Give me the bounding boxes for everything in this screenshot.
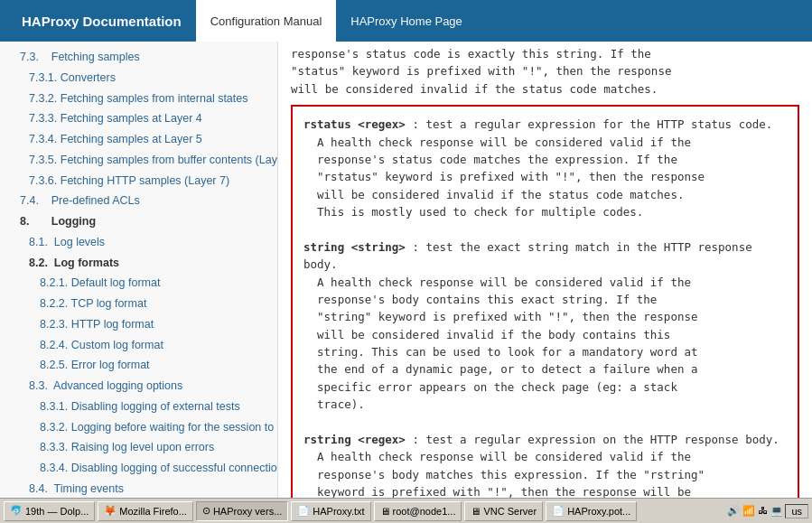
nav-haproxy-home[interactable]: HAProxy Home Page: [336, 0, 477, 42]
sidebar-item-8-3[interactable]: 8.3. Advanced logging options: [0, 376, 277, 397]
sidebar-item-8-2-5[interactable]: 8.2.5. Error log format: [0, 355, 277, 376]
sidebar-item-7-3-4[interactable]: 7.3.4. Fetching samples at Layer 5: [0, 129, 277, 150]
sidebar-item-7-3[interactable]: 7.3. Fetching samples: [0, 47, 277, 68]
sidebar-item-8-3-1[interactable]: 8.3.1. Disabling logging of external tes…: [0, 397, 277, 417]
sidebar-item-8-3-4[interactable]: 8.3.4. Disabling logging of successful c…: [0, 458, 277, 479]
taskbar-haproxy-vers[interactable]: ⊙ HAProxy vers...: [196, 501, 288, 521]
sidebar-item-8-3-3[interactable]: 8.3.3. Raising log level upon errors: [0, 437, 277, 458]
content-area[interactable]: response's status code is exactly this s…: [278, 42, 812, 498]
sidebar-item-7-3-6[interactable]: 7.3.6. Fetching HTTP samples (Layer 7): [0, 171, 277, 191]
sidebar: 7.3. Fetching samples 7.3.1. Converters …: [0, 42, 278, 498]
sidebar-item-7-3-5[interactable]: 7.3.5. Fetching samples from buffer cont…: [0, 150, 277, 171]
sidebar-item-7-4[interactable]: 7.4. Pre-defined ACLs: [0, 191, 277, 211]
taskbar-haproxy-pot[interactable]: 📄 HAProxy.pot...: [546, 501, 637, 521]
intro-text: response's status code is exactly this s…: [278, 42, 812, 98]
sidebar-item-8-3-2[interactable]: 8.3.2. Logging before waiting for the se…: [0, 417, 277, 438]
taskbar-right: 🔊 📶 🖧 💻 us: [727, 504, 808, 518]
highlight-box: rstatus <regex> : test a regular express…: [291, 105, 799, 498]
top-nav: Configuration Manual HAProxy Home Page: [196, 0, 477, 42]
sidebar-item-8-2-4[interactable]: 8.2.4. Custom log format: [0, 335, 277, 356]
sidebar-item-8-2[interactable]: 8.2. Log formats: [0, 253, 277, 274]
header: HAProxy Documentation Configuration Manu…: [0, 0, 812, 42]
taskbar-firefox[interactable]: 🦊 Mozilla Firefo...: [98, 501, 193, 521]
taskbar-root[interactable]: 🖥 root@node1...: [374, 501, 462, 521]
nav-config-manual[interactable]: Configuration Manual: [196, 0, 337, 42]
taskbar-19th[interactable]: 🐬 19th — Dolp...: [4, 501, 95, 521]
taskbar-haproxy-txt[interactable]: 📄 HAProxy.txt: [291, 501, 370, 521]
sidebar-item-8-4[interactable]: 8.4. Timing events: [0, 479, 277, 498]
sidebar-item-7-3-1[interactable]: 7.3.1. Converters: [0, 68, 277, 89]
sidebar-item-8-1[interactable]: 8.1. Log levels: [0, 232, 277, 253]
content-block: rstatus <regex> : test a regular express…: [303, 116, 787, 498]
sidebar-item-7-3-2[interactable]: 7.3.2. Fetching samples from internal st…: [0, 89, 277, 109]
sidebar-item-8-2-1[interactable]: 8.2.1. Default log format: [0, 273, 277, 294]
taskbar-clock: us: [785, 504, 808, 518]
logo: HAProxy Documentation: [9, 6, 194, 36]
taskbar: 🐬 19th — Dolp... 🦊 Mozilla Firefo... ⊙ H…: [0, 498, 812, 523]
sidebar-item-8-2-2[interactable]: 8.2.2. TCP log format: [0, 294, 277, 314]
sidebar-item-8[interactable]: 8. Logging: [0, 211, 277, 232]
sidebar-item-8-2-3[interactable]: 8.2.3. HTTP log format: [0, 314, 277, 335]
taskbar-vnc[interactable]: 🖥 VNC Server: [464, 501, 543, 521]
sidebar-item-7-3-3[interactable]: 7.3.3. Fetching samples at Layer 4: [0, 108, 277, 129]
main-layout: 7.3. Fetching samples 7.3.1. Converters …: [0, 42, 812, 498]
